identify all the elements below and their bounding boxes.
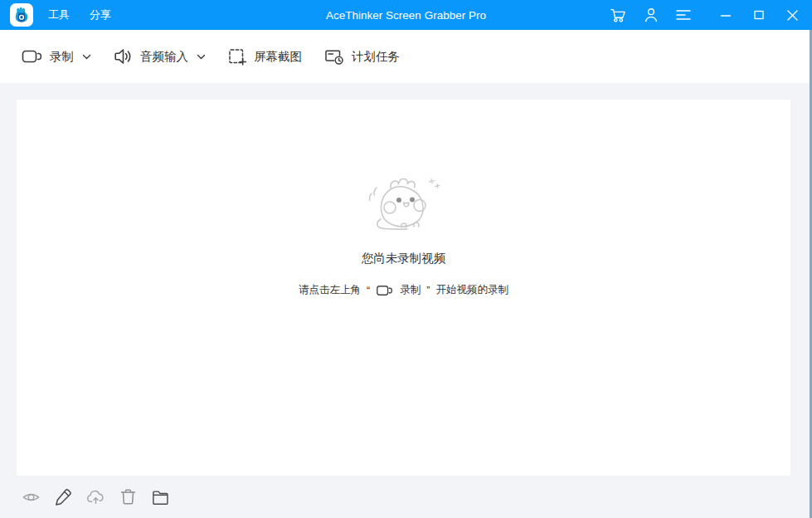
app-logo-icon	[10, 3, 33, 27]
titlebar-right	[609, 5, 802, 25]
feedback-menu-icon[interactable]	[673, 5, 693, 25]
speaker-icon	[114, 47, 134, 66]
screenshot-region-icon	[228, 47, 247, 66]
record-label: 录制	[50, 49, 74, 65]
main-toolbar: 录制 音频输入 屏幕	[0, 30, 812, 83]
titlebar: 工具 分享 AceThinker Screen Grabber Pro	[0, 0, 812, 30]
screenshot-label: 屏幕截图	[254, 49, 302, 65]
video-camera-icon	[22, 48, 43, 65]
eye-icon[interactable]	[22, 487, 41, 506]
bottom-toolbar	[0, 476, 812, 518]
chevron-down-icon	[197, 54, 206, 60]
recordings-panel: 您尚未录制视频 请点击左上角 “ 录制 ” 开始视频的录制	[17, 100, 790, 476]
schedule-task-button[interactable]: 计划任务	[324, 47, 400, 66]
hint-quote-close: ”	[426, 285, 430, 296]
user-icon[interactable]	[641, 5, 661, 25]
audio-input-button[interactable]: 音频输入	[114, 47, 206, 66]
empty-state-title: 您尚未录制视频	[362, 251, 446, 266]
record-button[interactable]: 录制	[22, 48, 91, 65]
hint-quote-open: “	[367, 285, 370, 296]
minimize-icon[interactable]	[716, 5, 736, 25]
audio-input-label: 音频输入	[140, 49, 188, 65]
folder-icon[interactable]	[151, 487, 170, 506]
hint-record-label: 录制	[400, 283, 421, 297]
maximize-icon[interactable]	[749, 5, 769, 25]
menu-tools[interactable]: 工具	[48, 7, 70, 22]
trash-icon[interactable]	[119, 487, 138, 506]
mascot-doodle	[362, 168, 445, 239]
close-icon[interactable]	[782, 5, 802, 25]
chevron-down-icon	[82, 54, 91, 60]
screenshot-button[interactable]: 屏幕截图	[228, 47, 302, 66]
hint-suffix: 开始视频的录制	[435, 283, 508, 297]
cloud-upload-icon[interactable]	[86, 487, 105, 506]
hint-prefix: 请点击左上角	[299, 283, 361, 297]
empty-state-hint: 请点击左上角 “ 录制 ” 开始视频的录制	[299, 283, 508, 297]
menubar: 工具 分享	[48, 7, 111, 22]
pencil-icon[interactable]	[54, 487, 73, 506]
window-controls	[716, 5, 802, 25]
menu-share[interactable]: 分享	[90, 7, 111, 22]
schedule-task-label: 计划任务	[352, 49, 400, 65]
video-camera-icon	[376, 284, 394, 297]
schedule-task-icon	[324, 47, 345, 66]
cart-icon[interactable]	[609, 5, 629, 25]
